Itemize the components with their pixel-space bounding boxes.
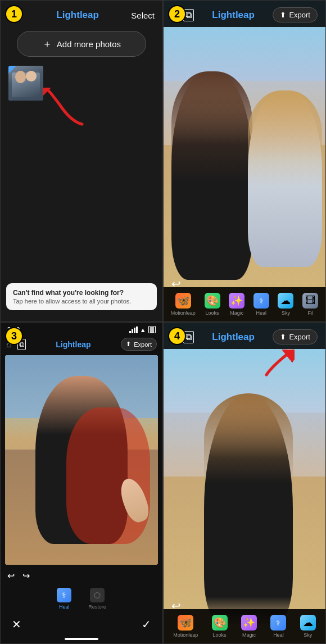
looks-icon-4: 🎨: [212, 615, 228, 631]
hair-4: [204, 393, 293, 483]
heal-tool-restore[interactable]: ⬡ Restore: [88, 588, 106, 610]
heal-label-3: Heal: [59, 604, 70, 610]
export-button-2[interactable]: ⬆ Export: [273, 7, 318, 22]
heal-label-4: Heal: [273, 632, 284, 638]
tool-magic-2[interactable]: ✨ Magic: [229, 293, 244, 316]
tool-sky-2[interactable]: ☁ Sky: [278, 293, 293, 316]
undo-redo-bar-3: ↩ ↪: [1, 567, 162, 584]
panel-step-2: 2 ⌂ ⧉ Lightleap ⬆ Export: [163, 0, 326, 322]
plus-icon: ＋: [42, 37, 52, 51]
cancel-button-3[interactable]: ✕: [12, 618, 21, 631]
tool-motionleap-2[interactable]: 🦋 Motionleap: [171, 293, 196, 316]
sky-label-4: Sky: [304, 632, 312, 638]
beach-photo-2: [164, 1, 325, 321]
panel-step-3: 3 2:39 ▲ ▓ ⌂ ⧉ Lightleap ⬆: [0, 322, 163, 644]
bottom-action-bar-3: ✕ ✓: [1, 613, 162, 636]
export-icon-3: ⬆: [126, 341, 131, 348]
app-title-2: Lightleap: [212, 10, 255, 21]
tool-motionleap-4[interactable]: 🦋 Motionleap: [173, 615, 198, 638]
tool-looks-4[interactable]: 🎨 Looks: [212, 615, 228, 638]
export-icon-2: ⬆: [280, 11, 286, 19]
tool-heal-4[interactable]: ⚕ Heal: [270, 615, 286, 638]
access-notice[interactable]: Can't find what you're looking for? Tap …: [6, 283, 157, 310]
fil-label-2: Fil: [307, 310, 313, 316]
bottom-toolbar-4: 🦋 Motionleap 🎨 Looks ✨ Magic ⚕ Heal ☁ Sk…: [164, 609, 325, 643]
top-bar-4: ⌂ ⧉ Lightleap ⬆ Export: [164, 323, 325, 349]
looks-label-4: Looks: [213, 632, 227, 638]
add-photos-button[interactable]: ＋ Add more photos: [17, 31, 146, 57]
tool-fil-2[interactable]: 🎞 Fil: [302, 293, 318, 316]
motionleap-label-4: Motionleap: [173, 632, 198, 638]
heal-tool-heal[interactable]: ⚕ Heal: [57, 588, 71, 610]
looks-icon-2: 🎨: [205, 293, 220, 309]
magic-label-2: Magic: [230, 310, 243, 316]
confirm-button-3[interactable]: ✓: [142, 618, 151, 631]
status-icons-3: ▲ ▓: [129, 326, 156, 333]
bottom-toolbar-2: 🦋 Motionleap 🎨 Looks ✨ Magic ⚕ Heal ☁ Sk…: [164, 287, 325, 321]
export-button-3[interactable]: ⬆ Export: [121, 338, 157, 351]
sky-label-2: Sky: [282, 310, 290, 316]
heal-tools-bar-3: ⚕ Heal ⬡ Restore: [1, 584, 162, 613]
tool-looks-2[interactable]: 🎨 Looks: [205, 293, 220, 316]
restore-label-3: Restore: [88, 604, 106, 610]
tool-magic-4[interactable]: ✨ Magic: [241, 615, 257, 638]
phone-screen-3: 2:39 ▲ ▓ ⌂ ⧉ Lightleap ⬆ Export: [1, 323, 162, 643]
heal-label-2: Heal: [256, 310, 267, 316]
looks-label-2: Looks: [206, 310, 219, 316]
tool-sky-4[interactable]: ☁ Sky: [300, 615, 316, 638]
restore-icon-3: ⬡: [90, 588, 105, 602]
sky-icon-4: ☁: [300, 615, 316, 631]
wifi-icon-3: ▲: [140, 326, 146, 333]
notice-title: Can't find what you're looking for?: [13, 289, 150, 297]
export-icon-4: ⬆: [280, 333, 286, 341]
step-badge-4: 4: [168, 327, 186, 345]
app-title-3: Lightleap: [56, 340, 90, 349]
heal-icon-3: ⚕: [57, 588, 71, 602]
signal-icon-3: [129, 326, 138, 333]
export-label-3: Export: [134, 341, 152, 348]
app-title-4: Lightleap: [212, 332, 255, 343]
panel-step-1: 1 Lightleap Select ＋ Add more photos: [0, 0, 163, 322]
export-button-4[interactable]: ⬆ Export: [273, 329, 318, 344]
export-label-2: Export: [289, 11, 310, 19]
magic-label-4: Magic: [242, 632, 256, 638]
app-title-1: Lightleap: [56, 10, 99, 21]
motionleap-label-2: Motionleap: [171, 310, 196, 316]
red-arrow-1: [43, 88, 88, 127]
notice-subtitle: Tap here to allow access to all your pho…: [13, 298, 150, 305]
undo-icon-3[interactable]: ↩: [7, 570, 15, 581]
top-bar-1: Lightleap Select: [1, 1, 162, 28]
add-photos-label: Add more photos: [57, 39, 121, 49]
top-bar-2: ⌂ ⧉ Lightleap ⬆ Export: [164, 1, 325, 27]
red-arrow-4: [261, 350, 295, 378]
battery-icon-3: ▓: [148, 326, 156, 333]
photo-edit-area-3: [5, 355, 158, 565]
nav-bar-3: ⌂ ⧉ Lightleap ⬆ Export: [1, 335, 162, 353]
heal-icon-2: ⚕: [253, 293, 269, 309]
magic-icon-2: ✨: [229, 293, 244, 309]
tool-heal-2[interactable]: ⚕ Heal: [253, 293, 269, 316]
redo-icon-3[interactable]: ↪: [22, 570, 30, 581]
heal-icon-4: ⚕: [270, 615, 286, 631]
step-badge-3: 3: [5, 327, 23, 345]
home-indicator-3: [65, 638, 98, 640]
panel-step-4: 4 ⌂ ⧉ Lightleap ⬆ Export: [163, 322, 326, 644]
app-grid: 1 Lightleap Select ＋ Add more photos: [0, 0, 326, 644]
step-badge-2: 2: [168, 5, 186, 23]
motionleap-icon-4: 🦋: [178, 615, 193, 631]
magic-icon-4: ✨: [241, 615, 257, 631]
export-label-4: Export: [289, 333, 310, 341]
status-bar-3: 2:39 ▲ ▓: [1, 323, 162, 335]
photo-thumbnail-1[interactable]: [8, 66, 43, 101]
motionleap-icon-2: 🦋: [175, 293, 191, 309]
beach-photo-4: [164, 323, 325, 643]
sky-icon-2: ☁: [278, 293, 293, 309]
step-badge-1: 1: [5, 5, 23, 23]
select-button[interactable]: Select: [131, 11, 155, 20]
fil-icon-2: 🎞: [302, 293, 318, 309]
